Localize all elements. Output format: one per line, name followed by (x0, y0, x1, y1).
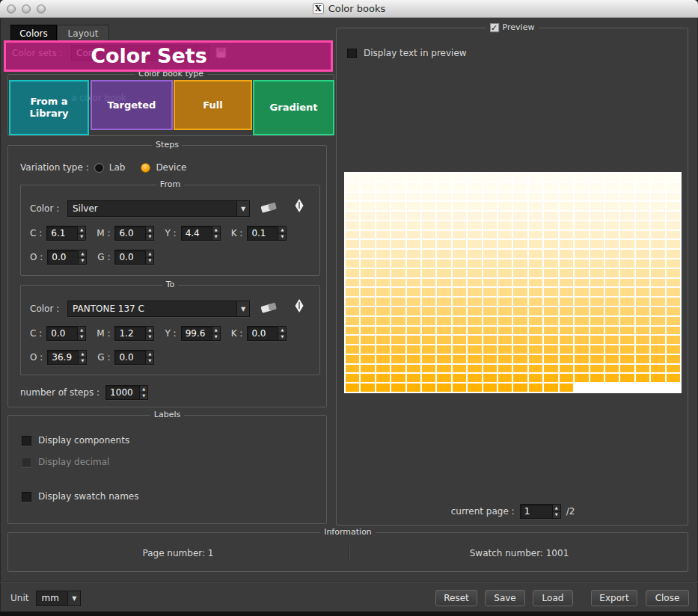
spin-down-icon[interactable] (146, 233, 153, 241)
spin-field[interactable]: 0.0 (46, 326, 86, 341)
display-text-in-preview-label[interactable]: Display text in preview (364, 48, 467, 58)
spin-down-icon[interactable] (146, 357, 153, 365)
export-button[interactable]: Export (591, 590, 637, 606)
spinner[interactable] (145, 327, 153, 340)
from-color-combo[interactable]: Silver (67, 200, 250, 217)
spin-field[interactable]: 0.0 (247, 326, 287, 341)
swatch-cell (361, 384, 374, 392)
book-type-from-library-overlay[interactable]: From a Library (9, 80, 89, 135)
spin-up-icon[interactable] (146, 327, 153, 333)
spinner[interactable] (552, 505, 560, 518)
radio-lab[interactable] (94, 163, 104, 173)
display-swatch-names-checkbox[interactable] (22, 492, 31, 502)
spin-down-icon[interactable] (278, 333, 286, 341)
spin-field[interactable]: 6.0 (114, 226, 154, 241)
spin-field[interactable]: 0.0 (47, 250, 87, 265)
spin-field[interactable]: 99.6 (181, 326, 221, 341)
spin-up-icon[interactable] (278, 327, 286, 333)
to-color-combo[interactable]: PANTONE 137 C (67, 301, 250, 317)
save-button[interactable]: Save (485, 590, 525, 606)
spinner[interactable] (78, 351, 86, 364)
radio-device-label[interactable]: Device (156, 162, 186, 173)
spin-field[interactable]: 36.9 (47, 350, 87, 365)
spin-down-icon[interactable] (140, 392, 147, 400)
spinner[interactable] (78, 250, 86, 264)
to-eraser-button[interactable] (259, 301, 280, 314)
spinner[interactable] (212, 327, 220, 340)
tab-layout[interactable]: Layout (57, 25, 109, 42)
spin-down-icon[interactable] (212, 333, 220, 341)
spin-down-icon[interactable] (79, 357, 86, 365)
maximize-window-icon[interactable] (37, 4, 46, 13)
spin-up-icon[interactable] (78, 227, 85, 233)
spin-down-icon[interactable] (79, 257, 86, 265)
load-button[interactable]: Load (533, 590, 573, 606)
from-pen-button[interactable] (293, 198, 305, 213)
spin-field[interactable]: 4.4 (181, 226, 221, 241)
swatch-cell (636, 212, 649, 220)
spinner[interactable] (278, 327, 286, 340)
number-of-steps-field[interactable]: 1000 (105, 385, 148, 400)
spin-field[interactable]: 6.1 (46, 226, 86, 241)
tab-colors[interactable]: Colors (10, 25, 57, 42)
spin-down-icon[interactable] (212, 233, 220, 241)
spin-up-icon[interactable] (146, 351, 153, 357)
spin-field[interactable]: 0.0 (114, 350, 154, 365)
spin-up-icon[interactable] (212, 327, 220, 333)
swatch-cell (361, 365, 374, 373)
spinner[interactable] (145, 227, 153, 240)
display-components-checkbox[interactable] (22, 436, 31, 446)
spinner[interactable] (77, 327, 85, 340)
display-components-label[interactable]: Display components (38, 435, 129, 446)
spin-down-icon[interactable] (78, 233, 85, 241)
spin-up-icon[interactable] (278, 227, 286, 233)
swatch-cell (422, 374, 435, 382)
spin-up-icon[interactable] (553, 505, 560, 511)
radio-device[interactable] (141, 163, 150, 173)
spinner[interactable] (77, 227, 85, 240)
swatch-cell (560, 212, 573, 220)
radio-lab-label[interactable]: Lab (109, 162, 126, 173)
spinner[interactable] (212, 227, 220, 240)
spin-down-icon[interactable] (146, 333, 153, 341)
display-swatch-names-label[interactable]: Display swatch names (38, 491, 138, 502)
unit-combo[interactable]: mm (36, 591, 81, 606)
spin-field[interactable]: 0.1 (247, 226, 287, 241)
spinner[interactable] (139, 386, 147, 399)
swatch-cell (376, 259, 390, 268)
spin-up-icon[interactable] (78, 327, 85, 333)
book-type-full-overlay[interactable]: Full (174, 80, 252, 130)
spin-down-icon[interactable] (146, 257, 153, 265)
swatch-cell (483, 202, 497, 210)
close-window-icon[interactable] (7, 4, 16, 13)
spin-up-icon[interactable] (146, 227, 153, 233)
reset-button[interactable]: Reset (435, 590, 477, 606)
book-type-gradient-overlay[interactable]: Gradient (253, 80, 334, 135)
spinner[interactable] (278, 227, 286, 240)
minimize-window-icon[interactable] (22, 4, 31, 13)
spin-up-icon[interactable] (79, 250, 86, 257)
display-text-in-preview-checkbox[interactable] (347, 49, 357, 58)
spin-up-icon[interactable] (140, 386, 147, 392)
swatch-cell (453, 183, 466, 191)
spin-up-icon[interactable] (146, 250, 153, 257)
spin-down-icon[interactable] (553, 511, 560, 519)
current-page-field[interactable]: 1 (520, 504, 561, 519)
book-type-targeted-overlay[interactable]: Targeted (91, 80, 173, 130)
preview-checkbox[interactable] (490, 23, 499, 32)
close-button[interactable]: Close (646, 590, 689, 606)
chevron-down-icon[interactable] (67, 591, 80, 606)
spinner[interactable] (145, 351, 153, 364)
to-pen-button[interactable] (293, 298, 305, 313)
spin-field[interactable]: 1.2 (114, 326, 154, 341)
color-sets-highlight-overlay[interactable]: Color Sets (4, 40, 333, 72)
chevron-down-icon[interactable] (236, 301, 249, 316)
spin-down-icon[interactable] (278, 233, 286, 241)
spin-up-icon[interactable] (212, 227, 220, 233)
spinner[interactable] (145, 250, 153, 264)
spin-up-icon[interactable] (79, 351, 86, 357)
spin-field[interactable]: 0.0 (114, 250, 154, 265)
chevron-down-icon[interactable] (236, 201, 249, 216)
spin-down-icon[interactable] (78, 333, 85, 341)
from-eraser-button[interactable] (259, 200, 280, 214)
